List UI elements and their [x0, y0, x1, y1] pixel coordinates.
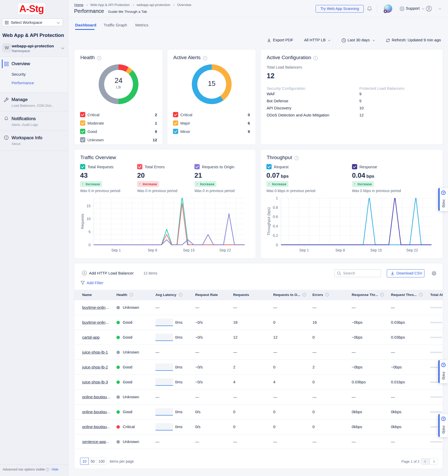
svg-text:5: 5	[88, 230, 91, 234]
svg-text:Sep 22: Sep 22	[406, 248, 418, 252]
svg-text:0.4: 0.4	[273, 224, 278, 228]
svg-text:Sep 8: Sep 8	[335, 248, 345, 252]
svg-text:Requests: Requests	[80, 214, 85, 229]
svg-text:0.8: 0.8	[273, 205, 278, 210]
svg-text:Throughput (bps): Throughput (bps)	[267, 207, 271, 235]
svg-text:0: 0	[276, 243, 278, 247]
svg-text:15: 15	[86, 204, 91, 208]
svg-text:1: 1	[276, 196, 278, 200]
svg-text:Sep 22: Sep 22	[219, 248, 231, 252]
svg-text:10: 10	[86, 217, 91, 221]
svg-text:0.2: 0.2	[273, 233, 278, 238]
svg-text:Sep 1: Sep 1	[299, 248, 309, 252]
svg-text:Sep 1: Sep 1	[111, 248, 121, 252]
svg-text:Sep 15: Sep 15	[370, 248, 382, 252]
svg-text:Sep 15: Sep 15	[183, 248, 195, 252]
svg-text:0: 0	[88, 243, 91, 247]
svg-text:Sep 8: Sep 8	[148, 248, 157, 252]
svg-text:0.6: 0.6	[273, 215, 278, 219]
